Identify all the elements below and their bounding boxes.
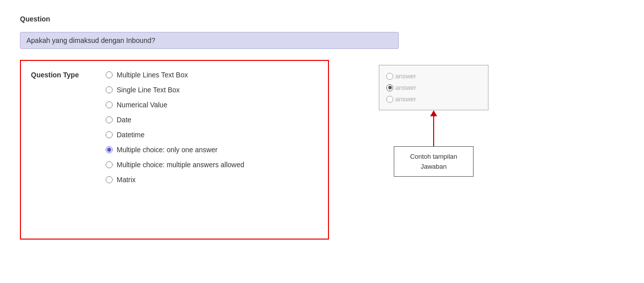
label-mc-one[interactable]: Multiple choice: only one answer (117, 146, 217, 154)
label-single-line[interactable]: Single Line Text Box (117, 86, 180, 94)
preview-answer-1: answer (386, 72, 468, 80)
radio-datetime[interactable] (106, 131, 113, 138)
label-datetime[interactable]: Datetime (117, 131, 145, 139)
preview-radio-circle-2 (386, 84, 393, 91)
preview-answer-3: answer (386, 95, 468, 103)
question-type-inner: Question Type Multiple Lines Text Box Si… (31, 71, 313, 184)
radio-matrix[interactable] (106, 176, 113, 183)
question-type-box: Question Type Multiple Lines Text Box Si… (20, 60, 329, 240)
caption-box: Contoh tampilan Jawaban (394, 146, 474, 177)
radio-option-multiple-lines[interactable]: Multiple Lines Text Box (106, 71, 244, 79)
radio-numerical[interactable] (106, 101, 113, 108)
label-date[interactable]: Date (117, 116, 132, 124)
preview-answer-label-1: answer (395, 72, 416, 80)
arrow-line (433, 116, 434, 146)
radio-date[interactable] (106, 116, 113, 123)
radio-option-date[interactable]: Date (106, 116, 244, 124)
radio-single-line[interactable] (106, 86, 113, 93)
radio-multiple-lines[interactable] (106, 71, 113, 78)
radio-mc-multiple[interactable] (106, 161, 113, 168)
question-type-header: Question Type (31, 71, 91, 176)
caption-line2: Jawaban (421, 163, 447, 170)
preview-radio-circle-1 (386, 73, 393, 80)
radio-option-mc-one[interactable]: Multiple choice: only one answer (106, 146, 244, 154)
question-label: Question (20, 15, 624, 23)
radio-option-matrix[interactable]: Matrix (106, 176, 244, 184)
radio-mc-one[interactable] (106, 146, 113, 153)
question-input[interactable] (20, 32, 399, 49)
preview-box: answer answer answer (379, 65, 488, 110)
preview-area: answer answer answer Cont (379, 65, 488, 177)
main-row: Question Type Multiple Lines Text Box Si… (20, 60, 624, 240)
label-matrix[interactable]: Matrix (117, 176, 136, 184)
radio-option-mc-multiple[interactable]: Multiple choice: multiple answers allowe… (106, 161, 244, 169)
preview-answer-label-3: answer (395, 95, 416, 103)
page-container: Question Question Type Multiple Lines Te… (20, 15, 624, 240)
preview-answer-2: answer (386, 84, 468, 91)
arrow-container (430, 110, 437, 146)
preview-answer-label-2: answer (395, 84, 416, 91)
preview-radio-circle-3 (386, 96, 393, 103)
arrow-head-icon (430, 110, 437, 116)
radio-option-numerical[interactable]: Numerical Value (106, 101, 244, 109)
label-numerical[interactable]: Numerical Value (117, 101, 167, 109)
radio-option-single-line[interactable]: Single Line Text Box (106, 86, 244, 94)
label-multiple-lines[interactable]: Multiple Lines Text Box (117, 71, 188, 79)
radio-option-datetime[interactable]: Datetime (106, 131, 244, 139)
radio-options: Multiple Lines Text Box Single Line Text… (106, 71, 244, 184)
caption-line1: Contoh tampilan (410, 153, 458, 160)
label-mc-multiple[interactable]: Multiple choice: multiple answers allowe… (117, 161, 244, 169)
